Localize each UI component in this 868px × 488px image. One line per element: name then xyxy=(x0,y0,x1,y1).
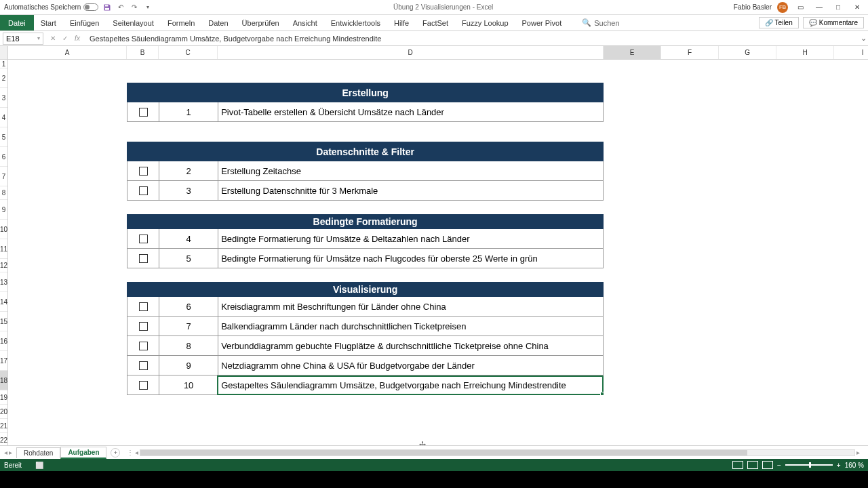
task-text: Balkendiagramm Länder nach durchschnittl… xyxy=(218,317,604,336)
col-header-G[interactable]: G xyxy=(719,46,776,59)
share-button[interactable]: 🔗Teilen xyxy=(759,17,799,28)
expand-formula-icon[interactable]: ⌄ xyxy=(859,34,868,43)
view-pagelayout-icon[interactable] xyxy=(747,461,758,469)
ribbon-tab-fuzzy[interactable]: Fuzzy Lookup xyxy=(455,15,515,30)
macro-record-icon[interactable]: ⬜ xyxy=(35,462,43,469)
horizontal-scrollbar[interactable]: ⋮ ◂ ▸ xyxy=(127,449,861,457)
ribbon-tab-entwicklertools[interactable]: Entwicklertools xyxy=(324,15,387,30)
sheet-tab-rohdaten[interactable]: Rohdaten xyxy=(16,447,60,458)
row-header-20[interactable]: 20 xyxy=(0,405,7,419)
row-header-15[interactable]: 15 xyxy=(0,312,7,331)
task-row: 6Kreisdiagramm mit Beschriftungen für Lä… xyxy=(127,297,604,317)
zoom-out-icon[interactable]: − xyxy=(777,462,781,469)
ribbon-tab-formeln[interactable]: Formeln xyxy=(161,15,201,30)
col-header-B[interactable]: B xyxy=(127,46,159,59)
zoom-slider[interactable] xyxy=(785,464,833,466)
col-header-D[interactable]: D xyxy=(218,46,604,59)
ribbon-tab-file[interactable]: Datei xyxy=(0,15,34,30)
checkbox[interactable] xyxy=(139,322,148,331)
ribbon-tab-factset[interactable]: FactSet xyxy=(416,15,455,30)
ribbon-display-icon[interactable]: ▭ xyxy=(793,3,807,12)
checkbox[interactable] xyxy=(139,302,148,311)
ribbon-search[interactable]: 🔍 Suchen xyxy=(582,18,619,27)
view-normal-icon[interactable] xyxy=(732,461,743,469)
enter-formula-icon[interactable]: ✓ xyxy=(60,33,71,44)
col-header-F[interactable]: F xyxy=(661,46,719,59)
row-header-4[interactable]: 4 xyxy=(0,108,7,127)
row-header-7[interactable]: 7 xyxy=(0,167,7,186)
checkbox[interactable] xyxy=(139,361,148,370)
save-icon[interactable] xyxy=(102,3,112,12)
minimize-icon[interactable]: — xyxy=(812,3,826,12)
autosave-toggle[interactable]: Automatisches Speichern xyxy=(4,3,98,11)
row-header-5[interactable]: 5 xyxy=(0,127,7,147)
ribbon-tab-start[interactable]: Start xyxy=(34,15,63,30)
maximize-icon[interactable]: □ xyxy=(831,3,845,12)
col-header-C[interactable]: C xyxy=(159,46,218,59)
avatar[interactable]: FB xyxy=(777,2,788,13)
task-text: Erstellung Datenschnitte für 3 Merkmale xyxy=(218,181,604,201)
ribbon-tab-ansicht[interactable]: Ansicht xyxy=(286,15,324,30)
view-pagebreak-icon[interactable] xyxy=(762,461,773,469)
ribbon-tab-daten[interactable]: Daten xyxy=(201,15,235,30)
formula-input[interactable]: Gestapeltes Säulendiagramm Umsätze, Budg… xyxy=(87,35,859,43)
row-header-11[interactable]: 11 xyxy=(0,239,7,259)
task-text: Gestapeltes Säulendiagramm Umsätze, Budg… xyxy=(218,375,604,395)
row-header-9[interactable]: 9 xyxy=(0,200,7,220)
task-checkbox-cell xyxy=(127,249,159,268)
col-header-I[interactable]: I xyxy=(834,46,868,59)
col-header-A[interactable]: A xyxy=(8,46,127,59)
zoom-in-icon[interactable]: + xyxy=(837,462,841,469)
undo-icon[interactable]: ↶ xyxy=(116,3,125,12)
task-text: Netzdiagramm ohne China & USA für Budget… xyxy=(218,356,604,375)
title-bar: Automatisches Speichern ↶ ↷ ▾ Übung 2 Vi… xyxy=(0,0,868,15)
row-header-13[interactable]: 13 xyxy=(0,272,7,292)
col-header-E[interactable]: E xyxy=(604,46,661,59)
row-header-18[interactable]: 18 xyxy=(0,371,7,390)
ribbon: Datei Start Einfügen Seitenlayout Formel… xyxy=(0,15,868,31)
row-header-14[interactable]: 14 xyxy=(0,292,7,312)
row-header-16[interactable]: 16 xyxy=(0,331,7,351)
row-header-22[interactable]: 22 xyxy=(0,433,7,445)
fx-icon[interactable]: fx xyxy=(72,33,83,44)
ribbon-tab-ueberpruefen[interactable]: Überprüfen xyxy=(235,15,286,30)
col-header-H[interactable]: H xyxy=(776,46,834,59)
redo-icon[interactable]: ↷ xyxy=(130,3,139,12)
row-header-1[interactable]: 1 xyxy=(0,60,7,68)
comments-button[interactable]: 💬Kommentare xyxy=(803,17,864,28)
checkbox[interactable] xyxy=(139,254,148,263)
checkbox[interactable] xyxy=(139,342,148,350)
checkbox[interactable] xyxy=(139,235,148,243)
checkbox[interactable] xyxy=(139,167,148,176)
ribbon-tab-seitenlayout[interactable]: Seitenlayout xyxy=(106,15,161,30)
chevron-down-icon: ▾ xyxy=(37,35,40,41)
ribbon-tab-einfuegen[interactable]: Einfügen xyxy=(63,15,106,30)
row-header-6[interactable]: 6 xyxy=(0,147,7,167)
row-header-10[interactable]: 10 xyxy=(0,220,7,239)
row-header-12[interactable]: 12 xyxy=(0,259,7,272)
row-header-21[interactable]: 21 xyxy=(0,419,7,433)
cancel-formula-icon[interactable]: ✕ xyxy=(47,33,58,44)
row-header-3[interactable]: 3 xyxy=(0,88,7,108)
tab-nav-prev-icon[interactable]: ◂ xyxy=(4,449,7,456)
checkbox[interactable] xyxy=(139,381,148,390)
sheet-tab-aufgaben[interactable]: Aufgaben xyxy=(60,447,106,459)
ribbon-tab-hilfe[interactable]: Hilfe xyxy=(387,15,416,30)
row-header-2[interactable]: 2 xyxy=(0,68,7,88)
qat-dropdown-icon[interactable]: ▾ xyxy=(143,3,153,12)
spreadsheet-grid[interactable]: 12345678910111213141516171819202122 ABCD… xyxy=(0,46,868,445)
zoom-level[interactable]: 160 % xyxy=(845,462,864,469)
select-all-corner[interactable] xyxy=(0,46,7,60)
name-box[interactable]: E18 ▾ xyxy=(3,33,43,45)
row-header-8[interactable]: 8 xyxy=(0,186,7,200)
add-sheet-button[interactable]: + xyxy=(111,448,120,458)
user-name[interactable]: Fabio Basler xyxy=(734,3,772,11)
close-icon[interactable]: ✕ xyxy=(850,3,864,12)
tab-nav-next-icon[interactable]: ▸ xyxy=(9,449,12,456)
row-header-19[interactable]: 19 xyxy=(0,390,7,405)
checkbox[interactable] xyxy=(139,186,148,195)
checkbox[interactable] xyxy=(139,108,148,117)
task-number: 1 xyxy=(159,102,218,122)
row-header-17[interactable]: 17 xyxy=(0,351,7,371)
ribbon-tab-powerpivot[interactable]: Power Pivot xyxy=(515,15,569,30)
